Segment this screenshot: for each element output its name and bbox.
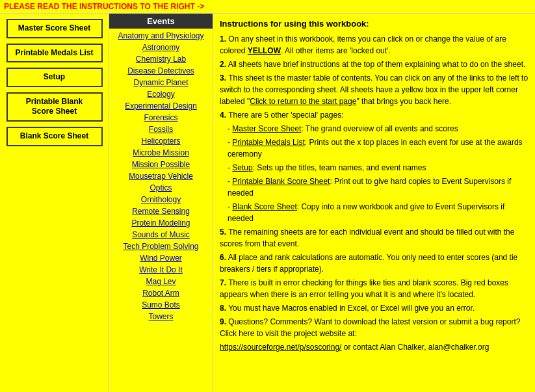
event-link-remote-sensing[interactable]: Remote Sensing bbox=[132, 205, 190, 217]
events-list: Anatomy and PhysiologyAstronomyChemistry… bbox=[109, 29, 213, 324]
left-sidebar: Master Score Sheet Printable Medals List… bbox=[0, 14, 109, 392]
printable-medals-link[interactable]: Printable Medals List bbox=[232, 138, 304, 147]
blank-score-link[interactable]: Blank Score Sheet bbox=[232, 202, 296, 211]
event-link-experimental-design[interactable]: Experimental Design bbox=[125, 100, 197, 112]
event-link-mousetrap-vehicle[interactable]: Mousetrap Vehicle bbox=[129, 170, 193, 182]
top-banner: PLEASE READ THE INSTRUCTIONS TO THE RIGH… bbox=[0, 0, 535, 14]
event-link-chemistry-lab[interactable]: Chemistry Lab bbox=[136, 53, 186, 65]
event-link-optics[interactable]: Optics bbox=[150, 182, 172, 194]
events-header: Events bbox=[109, 14, 213, 29]
setup-button[interactable]: Setup bbox=[7, 68, 103, 87]
event-link-sounds-of-music[interactable]: Sounds of Music bbox=[132, 229, 190, 241]
instructions-panel: Instructions for using this workbook: 1.… bbox=[213, 14, 535, 392]
event-link-disease-detectives[interactable]: Disease Detectives bbox=[127, 65, 194, 77]
events-column: Events Anatomy and PhysiologyAstronomyCh… bbox=[109, 14, 213, 392]
event-link-forensics[interactable]: Forensics bbox=[144, 112, 177, 124]
instruction-8: 8. You must have Macros enabled in Excel… bbox=[220, 302, 528, 314]
instruction-4b: - Printable Medals List: Prints out the … bbox=[228, 137, 528, 160]
instruction-2: 2. All sheets have brief instructions at… bbox=[220, 59, 528, 70]
sourceforge-link[interactable]: https://sourceforge.net/p/soscoring/ bbox=[220, 343, 341, 352]
event-link-mag-lev[interactable]: Mag Lev bbox=[146, 276, 176, 287]
event-link-helicopters[interactable]: Helicopters bbox=[141, 135, 180, 147]
banner-text: PLEASE READ THE INSTRUCTIONS TO THE RIGH… bbox=[4, 2, 204, 11]
instruction-4c: - Setup: Sets up the titles, team names,… bbox=[228, 162, 528, 174]
event-link-fossils[interactable]: Fossils bbox=[149, 124, 173, 135]
setup-link[interactable]: Setup bbox=[232, 163, 252, 172]
event-link-astronomy[interactable]: Astronomy bbox=[142, 42, 179, 53]
event-link-protein-modeling[interactable]: Protein Modeling bbox=[131, 217, 190, 229]
event-link-microbe-mission[interactable]: Microbe Mission bbox=[133, 147, 189, 159]
event-link-ecology[interactable]: Ecology bbox=[147, 88, 175, 100]
instruction-9-link: https://sourceforge.net/p/soscoring/ or … bbox=[220, 341, 528, 353]
instructions-title: Instructions for using this workbook: bbox=[220, 18, 528, 31]
instruction-4: 4. There are 5 other 'special' pages: bbox=[220, 109, 528, 121]
master-score-sheet-button[interactable]: Master Score Sheet bbox=[7, 19, 103, 38]
start-page-link[interactable]: Click to return to the start page bbox=[250, 97, 356, 106]
event-link-anatomy-and-physiology[interactable]: Anatomy and Physiology bbox=[118, 30, 203, 42]
instruction-6: 6. All place and rank calculations are a… bbox=[220, 252, 528, 275]
event-link-mission-possible[interactable]: Mission Possible bbox=[132, 159, 190, 170]
event-link-towers[interactable]: Towers bbox=[148, 311, 173, 322]
printable-blank-link[interactable]: Printable Blank Score Sheet bbox=[232, 177, 330, 186]
event-link-write-it-do-it[interactable]: Write It Do It bbox=[139, 264, 182, 276]
event-link-wind-power[interactable]: Wind Power bbox=[140, 252, 182, 264]
event-link-robot-arm[interactable]: Robot Arm bbox=[142, 287, 179, 299]
instruction-7: 7. There is built in error checking for … bbox=[220, 277, 528, 300]
printable-blank-score-sheet-button[interactable]: Printable BlankScore Sheet bbox=[7, 92, 103, 122]
event-link-dynamic-planet[interactable]: Dynamic Planet bbox=[133, 77, 188, 88]
blank-score-sheet-button[interactable]: Blank Score Sheet bbox=[7, 127, 103, 146]
instruction-9: 9. Questions? Comments? Want to download… bbox=[220, 316, 528, 339]
main-layout: Master Score Sheet Printable Medals List… bbox=[0, 14, 535, 392]
event-link-tech-problem-solving[interactable]: Tech Problem Solving bbox=[123, 241, 198, 252]
instruction-5: 5. The remaining sheets are for each ind… bbox=[220, 226, 528, 250]
master-score-sheet-link[interactable]: Master Score Sheet bbox=[232, 124, 301, 133]
instruction-4a: - Master Score Sheet: The grand overview… bbox=[228, 123, 528, 135]
instruction-4e: - Blank Score Sheet: Copy into a new wor… bbox=[228, 201, 528, 224]
instruction-1: 1. On any sheet in this workbook, items … bbox=[220, 33, 528, 57]
event-link-ornithology[interactable]: Ornithology bbox=[141, 194, 181, 205]
printable-medals-list-button[interactable]: Printable Medals List bbox=[7, 44, 103, 63]
instruction-4d: - Printable Blank Score Sheet: Print out… bbox=[228, 176, 528, 199]
event-link-sumo-bots[interactable]: Sumo Bots bbox=[142, 299, 180, 311]
instruction-3: 3. This sheet is the master table of con… bbox=[220, 72, 528, 107]
